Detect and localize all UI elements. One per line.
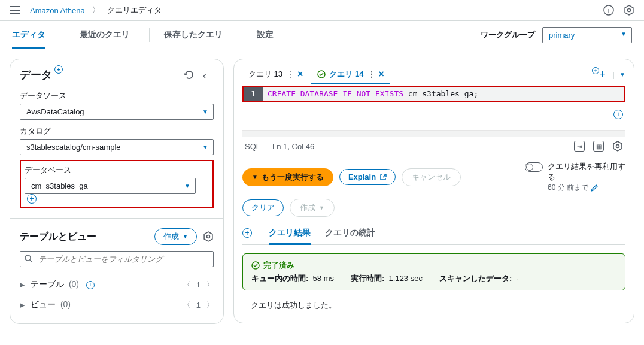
reuse-label: クエリ結果を再利用する — [548, 161, 625, 183]
code-editor[interactable]: 1 CREATE DATABASE IF NOT EXISTS cm_s3tab… — [244, 87, 624, 101]
svg-text:i: i — [608, 7, 609, 14]
workgroup-label: ワークグループ — [481, 29, 535, 40]
layout-icon[interactable]: ▦ — [593, 141, 604, 152]
edit-icon[interactable] — [591, 184, 598, 192]
create-button[interactable]: 作成▼ — [154, 228, 197, 245]
tab-menu-icon[interactable]: ⋮ — [367, 69, 375, 79]
datasource-label: データソース — [20, 90, 214, 101]
catalog-label: カタログ — [20, 126, 214, 137]
svg-point-6 — [25, 255, 31, 261]
results-tab[interactable]: クエリ結果 — [269, 222, 311, 244]
chevron-down-icon: ▼ — [183, 234, 188, 240]
tab-divider — [65, 28, 65, 42]
next-page-icon[interactable]: 〉 — [206, 280, 214, 290]
plus-icon[interactable]: + — [613, 110, 623, 119]
gear-icon[interactable] — [203, 231, 214, 242]
breadcrumb: Amazon Athena 〉 クエリエディタ — [30, 5, 603, 16]
format-icon[interactable]: ⇥ — [574, 141, 585, 152]
page-number: 1 — [196, 301, 201, 310]
tables-label: テーブル (0) + — [31, 279, 183, 290]
tab-editor[interactable]: エディタ — [12, 21, 45, 49]
tab-saved[interactable]: 保存したクエリ — [164, 21, 223, 49]
highlight-box: 1 CREATE DATABASE IF NOT EXISTS cm_s3tab… — [242, 86, 625, 102]
views-label: ビュー (0) — [31, 299, 183, 310]
gear-icon[interactable] — [612, 141, 623, 152]
tab-menu-icon[interactable]: ▼ — [619, 71, 625, 78]
breadcrumb-page: クエリエディタ — [107, 5, 162, 16]
scrollbar[interactable] — [242, 130, 625, 137]
svg-point-5 — [207, 235, 210, 238]
catalog-select[interactable]: s3tablescatalog/cm-sample — [20, 139, 214, 155]
filter-input[interactable] — [20, 251, 214, 267]
create-button-disabled: 作成▼ — [290, 199, 335, 217]
run-button[interactable]: ▼ もう一度実行する — [242, 168, 333, 186]
explain-button[interactable]: Explain — [339, 169, 396, 185]
check-icon — [251, 261, 260, 270]
add-database-icon[interactable]: + — [27, 194, 37, 204]
chevron-down-icon: ▼ — [252, 174, 258, 180]
page-number: 1 — [196, 280, 201, 289]
reuse-time: 60 分 前まで — [548, 183, 588, 193]
highlight-box: データベース cm_s3tables_ga + — [20, 160, 214, 208]
close-icon[interactable]: × — [297, 69, 303, 80]
search-icon — [25, 255, 33, 263]
expand-icon[interactable]: ▶ — [20, 301, 25, 309]
divider — [10, 218, 223, 219]
svg-point-9 — [616, 145, 619, 148]
sidebar-title: データ + — [20, 68, 52, 82]
reuse-toggle[interactable] — [525, 162, 543, 172]
plus-icon[interactable]: + — [242, 228, 252, 238]
svg-marker-8 — [613, 141, 622, 151]
sidebar: データ + ‹ データソース AwsDataCatalog カタログ s3tab… — [10, 59, 224, 324]
expand-icon[interactable]: ▶ — [20, 281, 25, 289]
database-select[interactable]: cm_s3tables_ga — [25, 178, 196, 194]
workgroup-select[interactable]: primary — [542, 27, 632, 43]
add-tab-button[interactable]: + + — [597, 68, 608, 81]
breadcrumb-sep: 〉 — [92, 5, 100, 16]
svg-marker-2 — [625, 5, 633, 15]
cursor-pos: Ln 1, Col 46 — [272, 142, 314, 151]
tab-menu-icon[interactable]: ⋮ — [286, 69, 294, 79]
external-link-icon — [379, 174, 387, 181]
result-status-box: 完了済み キュー内の時間: 58 ms 実行時間: 1.123 sec スキャン… — [242, 253, 625, 290]
info-icon[interactable]: i — [603, 5, 614, 16]
clear-button[interactable]: クリア — [242, 199, 284, 216]
stats-tab[interactable]: クエリの統計 — [325, 222, 375, 244]
close-icon[interactable]: × — [379, 69, 384, 80]
settings-icon[interactable] — [624, 5, 634, 16]
add-table-icon[interactable]: + — [86, 281, 95, 289]
tables-views-title: テーブルとビュー — [20, 231, 96, 243]
breadcrumb-service[interactable]: Amazon Athena — [30, 6, 85, 15]
cancel-button: キャンセル — [402, 168, 461, 186]
line-number: 1 — [244, 87, 263, 101]
plus-icon[interactable]: + — [54, 65, 63, 74]
prev-page-icon[interactable]: 〈 — [183, 280, 190, 290]
svg-point-3 — [628, 9, 631, 12]
hamburger-menu[interactable] — [10, 6, 20, 14]
check-icon — [317, 70, 326, 78]
query-tab-14[interactable]: クエリ 14 ⋮ × — [311, 65, 390, 83]
lang-label: SQL — [245, 142, 260, 151]
svg-marker-4 — [204, 232, 212, 241]
tab-recent[interactable]: 最近のクエリ — [80, 21, 130, 49]
database-label: データベース — [25, 165, 209, 175]
tab-settings[interactable]: 設定 — [257, 21, 274, 49]
tab-divider — [149, 28, 150, 42]
collapse-icon[interactable]: ‹ — [203, 69, 214, 80]
refresh-icon[interactable] — [184, 69, 195, 80]
tab-divider — [242, 28, 242, 42]
prev-page-icon[interactable]: 〈 — [183, 300, 190, 310]
success-message: クエリは成功しました。 — [242, 290, 625, 313]
next-page-icon[interactable]: 〉 — [206, 300, 214, 310]
query-tab-13[interactable]: クエリ 13 ⋮ × — [242, 65, 309, 83]
datasource-select[interactable]: AwsDataCatalog — [20, 104, 214, 120]
